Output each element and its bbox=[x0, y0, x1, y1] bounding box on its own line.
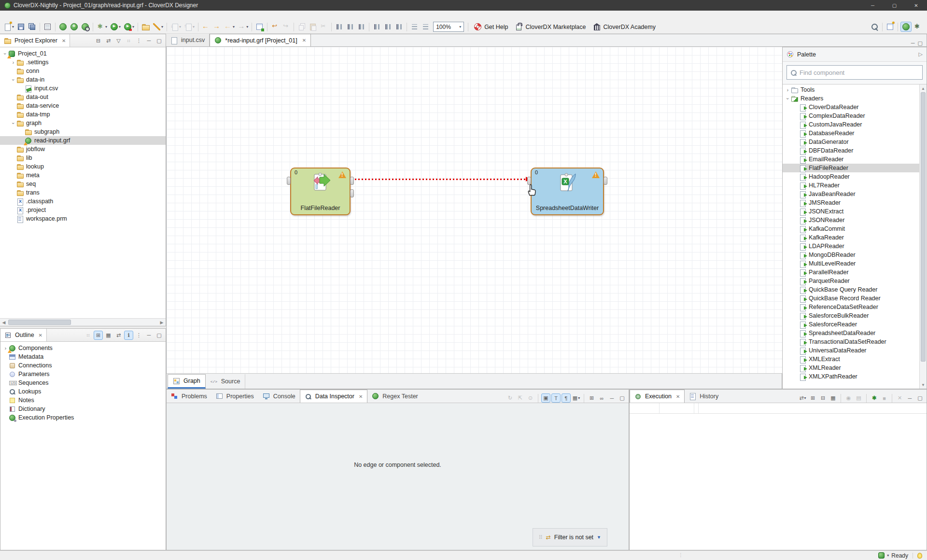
back-icon[interactable] bbox=[201, 22, 211, 31]
expander-icon[interactable]: › bbox=[11, 120, 16, 126]
connect-icon[interactable]: ⠶ bbox=[84, 331, 93, 340]
maximize-icon[interactable]: ▢ bbox=[154, 331, 164, 340]
distribute-horizontal-icon[interactable] bbox=[409, 22, 420, 31]
open-in-editor-icon[interactable]: ⇱ bbox=[516, 393, 525, 403]
minimize-button[interactable]: ─ bbox=[862, 0, 884, 11]
copy-icon[interactable] bbox=[296, 22, 307, 31]
table-view-icon[interactable]: ▦ bbox=[104, 331, 113, 340]
tab-execution[interactable]: Execution ✕ bbox=[630, 390, 685, 403]
tree-item[interactable]: › .settings bbox=[0, 58, 166, 67]
forward-history-icon[interactable]: ▾ bbox=[237, 22, 249, 31]
expander-icon[interactable]: › bbox=[785, 96, 790, 102]
tips-lightbulb-icon[interactable] bbox=[917, 553, 922, 559]
link-icon[interactable]: ∞ bbox=[597, 393, 606, 403]
maximize-button[interactable]: ▢ bbox=[884, 0, 905, 11]
palette-item[interactable]: MongoDBReader bbox=[783, 251, 919, 259]
focus-icon[interactable]: ⠶ bbox=[124, 36, 133, 45]
palette-item[interactable]: ParquetReader bbox=[783, 277, 919, 285]
validate-icon[interactable]: ▾ bbox=[96, 22, 108, 31]
palette-item[interactable]: SpreadsheetDataReader bbox=[783, 329, 919, 337]
expand-all-icon[interactable]: ⊞ bbox=[808, 393, 817, 403]
tree-item[interactable]: seq bbox=[0, 180, 166, 188]
close-icon[interactable]: ✕ bbox=[676, 394, 680, 399]
refresh-icon[interactable]: ↻ bbox=[506, 393, 515, 403]
scroll-right-icon[interactable]: ▶ bbox=[158, 319, 166, 326]
show-details-icon[interactable]: ▦ bbox=[829, 393, 838, 403]
cloverdx-perspective-icon[interactable] bbox=[900, 22, 912, 32]
tree-item[interactable]: › data-in bbox=[0, 75, 166, 84]
show-text-icon[interactable]: T bbox=[551, 393, 561, 403]
palette-item[interactable]: XMLExtract bbox=[783, 355, 919, 364]
view-menu-icon[interactable]: ⋮ bbox=[134, 331, 143, 340]
new-subgraph-icon[interactable] bbox=[69, 22, 79, 31]
stop-icon[interactable]: ■ bbox=[880, 393, 889, 403]
collapse-all-icon[interactable]: ⊟ bbox=[818, 393, 828, 403]
chevron-down-icon[interactable]: ▾ bbox=[161, 25, 163, 29]
palette-item[interactable]: DatabaseReader bbox=[783, 129, 919, 138]
tab-problems[interactable]: Problems bbox=[167, 390, 211, 403]
minimize-icon[interactable]: ─ bbox=[144, 36, 154, 45]
zoom-select[interactable]: 100% ▾ bbox=[433, 22, 464, 32]
show-console-icon[interactable]: ▤ bbox=[854, 393, 863, 403]
menu-item[interactable] bbox=[55, 14, 64, 16]
menu-item[interactable] bbox=[3, 14, 12, 16]
expander-icon[interactable]: › bbox=[785, 87, 791, 93]
minimize-icon[interactable]: ─ bbox=[911, 40, 915, 46]
palette-item[interactable]: JSONReader bbox=[783, 216, 919, 224]
edit-metadata-icon[interactable] bbox=[254, 22, 265, 31]
collapse-palette-icon[interactable]: ▷ bbox=[919, 51, 923, 57]
palette-item[interactable]: SalesforceBulkReader bbox=[783, 311, 919, 320]
new-graph-icon[interactable]: ▾ bbox=[2, 22, 15, 31]
tree-item[interactable]: Sequences bbox=[0, 378, 166, 387]
lock-icon[interactable]: ⊙ bbox=[526, 393, 535, 403]
scroll-down-icon[interactable]: ▼ bbox=[920, 381, 927, 388]
vertical-scrollbar[interactable]: ▲ ▼ bbox=[919, 84, 927, 389]
palette-item[interactable]: CustomJavaReader bbox=[783, 120, 919, 129]
palette-item[interactable]: HadoopReader bbox=[783, 172, 919, 181]
palette-item[interactable]: JMSReader bbox=[783, 198, 919, 207]
scrollbar-thumb[interactable] bbox=[8, 320, 71, 325]
undo-icon[interactable] bbox=[270, 22, 280, 31]
close-button[interactable]: ✕ bbox=[905, 0, 927, 11]
debug-perspective-icon[interactable] bbox=[913, 22, 923, 31]
distribute-vertical-icon[interactable] bbox=[421, 22, 431, 31]
find-component-input[interactable] bbox=[800, 69, 919, 76]
table-mode-icon[interactable]: ▦▾ bbox=[572, 393, 581, 403]
filter-icon[interactable]: ▽ bbox=[114, 36, 123, 45]
scrollbar-thumb[interactable] bbox=[921, 92, 926, 362]
save-icon[interactable] bbox=[16, 22, 26, 31]
chevron-down-icon[interactable]: ▾ bbox=[12, 25, 14, 29]
back-history-icon[interactable]: ▾ bbox=[223, 22, 236, 31]
chevron-down-icon[interactable]: ▾ bbox=[233, 25, 235, 29]
horizontal-scrollbar[interactable]: ◀ ▶ bbox=[0, 318, 166, 326]
run-graph-icon[interactable]: ▾ bbox=[109, 22, 122, 31]
user-icon[interactable]: ◉ bbox=[844, 393, 853, 403]
close-icon[interactable]: ✕ bbox=[62, 38, 66, 43]
palette-item[interactable]: QuickBase Record Reader bbox=[783, 294, 919, 303]
menu-item[interactable] bbox=[29, 14, 38, 16]
maximize-icon[interactable]: ▢ bbox=[918, 40, 923, 46]
collapse-all-icon[interactable]: ⊟ bbox=[94, 36, 103, 45]
academy-button[interactable]: CloverDX Academy bbox=[590, 22, 659, 32]
tree-item[interactable]: meta bbox=[0, 171, 166, 180]
project-explorer-tab[interactable]: Project Explorer ✕ bbox=[0, 34, 70, 47]
palette-item[interactable]: KafkaReader bbox=[783, 233, 919, 242]
palette-item[interactable]: EmailReader bbox=[783, 155, 919, 164]
column-header[interactable] bbox=[660, 403, 694, 413]
column-header[interactable] bbox=[630, 403, 660, 413]
paste-icon[interactable] bbox=[308, 22, 318, 31]
output-port[interactable] bbox=[350, 177, 354, 185]
palette-item[interactable]: TransactionalDataSetReader bbox=[783, 337, 919, 346]
menu-item[interactable] bbox=[38, 14, 46, 16]
menu-item[interactable] bbox=[12, 14, 20, 16]
minimize-icon[interactable]: ─ bbox=[905, 393, 914, 403]
forward-icon[interactable] bbox=[212, 22, 222, 31]
palette-item[interactable]: DataGenerator bbox=[783, 138, 919, 146]
align-right-icon[interactable] bbox=[356, 22, 366, 31]
search-icon[interactable] bbox=[870, 22, 880, 31]
tree-item[interactable]: read-input.grf bbox=[0, 136, 166, 145]
palette-item[interactable]: DBFDataReader bbox=[783, 146, 919, 155]
palette-item[interactable]: XMLXPathReader bbox=[783, 372, 919, 381]
previous-annotation-icon[interactable]: ▾ bbox=[183, 22, 196, 31]
tree-item[interactable]: .classpath bbox=[0, 197, 166, 206]
